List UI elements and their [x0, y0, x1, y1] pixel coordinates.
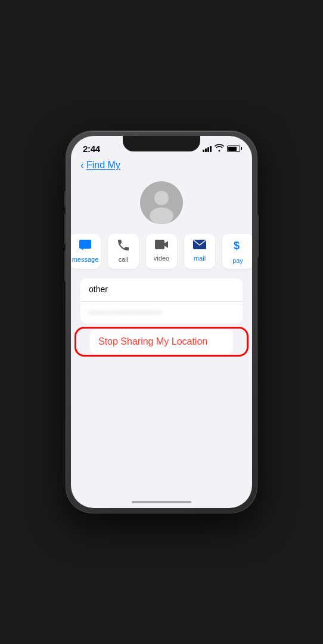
avatar [140, 181, 183, 224]
pay-icon: $ [232, 240, 243, 255]
video-icon [155, 240, 168, 252]
action-buttons: message call vid [71, 234, 252, 278]
status-time: 2:44 [83, 144, 100, 154]
phone-screen: 2:44 [71, 136, 252, 508]
info-category: other [89, 284, 234, 294]
volume-up-button[interactable] [64, 213, 66, 244]
stop-sharing-container: Stop Sharing My Location [90, 329, 233, 354]
message-label: message [72, 256, 99, 263]
info-section: other •••••••••••••••••••• [80, 278, 243, 323]
nav-bar: ‹ Find My [71, 157, 252, 175]
mail-button[interactable]: mail [184, 234, 215, 269]
info-label-row: other [80, 278, 243, 302]
mute-button[interactable] [64, 191, 66, 208]
pay-button[interactable]: $ pay [222, 234, 252, 269]
svg-text:$: $ [234, 240, 240, 252]
message-button[interactable]: message [71, 234, 101, 269]
pay-label: pay [232, 257, 243, 264]
home-indicator[interactable] [132, 501, 191, 503]
battery-icon [227, 145, 240, 152]
contact-info-blurred: •••••••••••••••••••• [89, 309, 163, 317]
video-button[interactable]: video [146, 234, 177, 269]
stop-sharing-section: Stop Sharing My Location [80, 329, 243, 354]
info-value-row: •••••••••••••••••••• [80, 302, 243, 323]
wifi-icon [215, 144, 224, 153]
stop-sharing-button[interactable]: Stop Sharing My Location [90, 329, 233, 354]
volume-down-button[interactable] [64, 250, 66, 281]
back-label: Find My [86, 160, 120, 171]
notch [123, 136, 200, 151]
chevron-left-icon: ‹ [80, 160, 84, 171]
power-button[interactable] [257, 215, 259, 258]
signal-icon [203, 145, 212, 152]
status-icons [203, 144, 240, 153]
mail-label: mail [194, 255, 206, 262]
avatar-placeholder-icon [140, 181, 183, 224]
video-label: video [154, 255, 169, 262]
back-button[interactable]: ‹ Find My [80, 160, 243, 171]
mail-icon [193, 240, 206, 252]
svg-point-1 [154, 191, 169, 205]
avatar-section [71, 175, 252, 234]
call-label: call [119, 256, 129, 263]
phone-device: 2:44 [66, 131, 257, 513]
svg-point-2 [150, 208, 173, 224]
message-icon [79, 240, 91, 253]
call-button[interactable]: call [108, 234, 139, 269]
content-area [71, 354, 252, 508]
call-icon [118, 240, 129, 253]
